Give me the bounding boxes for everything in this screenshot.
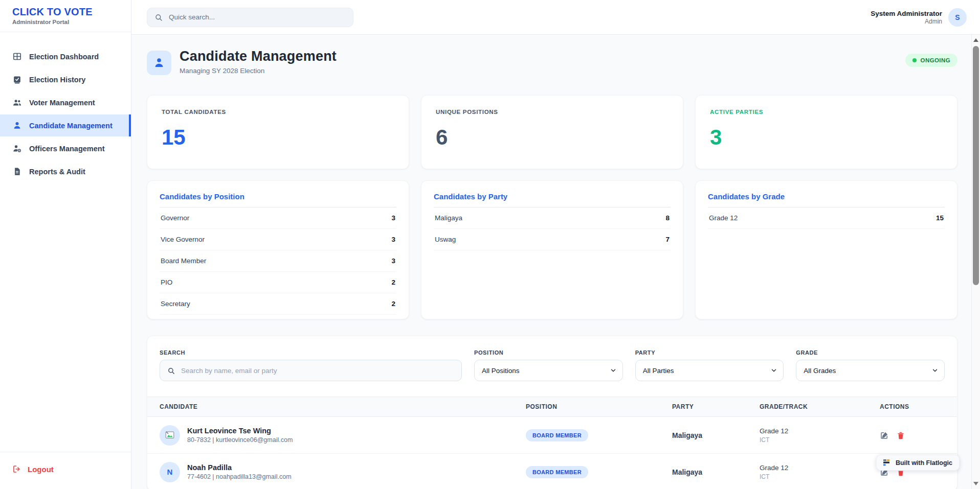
scroll-up-arrow-icon[interactable] (973, 38, 978, 42)
sidebar-item-label: Election History (29, 76, 85, 84)
stat-label: ACTIVE PARTIES (710, 109, 943, 115)
item-value: 7 (665, 236, 670, 243)
candidate-text: Noah Padilla 77-4602 | noahpadilla13@gma… (187, 463, 292, 480)
avatar: N (160, 462, 180, 482)
list-item: Uswag7 (434, 229, 671, 250)
list-item: Secretary2 (160, 293, 396, 315)
grade-value: Grade 12 (760, 464, 867, 472)
avatar-initial: N (167, 468, 173, 476)
column-header-party: PARTY (660, 397, 747, 416)
party-select[interactable]: All Parties (635, 360, 784, 381)
stats-row: TOTAL CANDIDATES 15 UNIQUE POSITIONS 6 A… (147, 95, 957, 169)
item-label: Vice Governor (161, 236, 205, 243)
person-icon (12, 121, 22, 130)
search-icon (154, 13, 163, 21)
page-titles: Candidate Management Managing SY 2028 El… (180, 49, 337, 75)
ballot-check-icon (12, 75, 22, 84)
grade-select[interactable]: All Grades (796, 360, 945, 381)
sidebar-item-label: Reports & Audit (29, 168, 85, 176)
sidebar-nav: Election Dashboard Election History Vote… (0, 32, 131, 452)
scrollbar-thumb[interactable] (973, 46, 979, 285)
stat-card-total-candidates: TOTAL CANDIDATES 15 (147, 95, 409, 169)
candidate-text: Kurt Leovince Tse Wing 80-7832 | kurtleo… (187, 427, 293, 444)
position-cell: BOARD MEMBER (514, 429, 660, 441)
stat-label: TOTAL CANDIDATES (162, 109, 394, 115)
item-value: 15 (936, 214, 944, 222)
search-filter: SEARCH (160, 350, 462, 381)
broken-image-icon (165, 431, 175, 439)
candidate-cell: N Noah Padilla 77-4602 | noahpadilla13@g… (147, 462, 514, 482)
candidate-search-input[interactable] (180, 366, 454, 375)
users-icon (12, 98, 22, 107)
flatlogic-logo-icon (883, 459, 891, 467)
user-menu[interactable]: System Administrator Admin S (871, 8, 967, 27)
avatar[interactable]: S (948, 8, 967, 27)
flatlogic-badge[interactable]: Built with Flatlogic (876, 455, 960, 471)
sidebar-item-label: Officers Management (29, 145, 104, 153)
stat-value: 3 (710, 125, 943, 150)
status-label: ONGOING (921, 57, 950, 63)
page-title: Candidate Management (180, 49, 337, 64)
position-filter: POSITION All Positions (474, 350, 623, 381)
position-select[interactable]: All Positions (474, 360, 623, 381)
item-label: Governor (161, 214, 189, 222)
sidebar-item-voter-management[interactable]: Voter Management (0, 91, 131, 113)
column-header-candidate: CANDIDATE (147, 397, 514, 416)
sidebar-item-election-history[interactable]: Election History (0, 68, 131, 90)
item-label: Grade 12 (709, 214, 738, 222)
search-icon (167, 367, 175, 375)
filter-label: PARTY (635, 350, 784, 356)
app-title: CLICK TO VOTE (12, 6, 119, 18)
delete-button[interactable] (896, 431, 905, 440)
app-subtitle: Administrator Portal (12, 19, 119, 25)
item-label: Uswag (435, 236, 456, 243)
sidebar-item-election-dashboard[interactable]: Election Dashboard (0, 45, 131, 67)
logout-icon (12, 464, 21, 474)
card-title: Candidates by Grade (708, 192, 945, 207)
column-header-position: POSITION (514, 397, 660, 416)
stat-value: 15 (162, 125, 394, 150)
list-item: Maligaya8 (434, 207, 671, 229)
candidate-search[interactable] (160, 360, 462, 381)
quick-search[interactable] (147, 8, 353, 27)
page-icon-tile (147, 51, 171, 75)
status-badge: ONGOING (905, 54, 957, 67)
breakdown-row: Candidates by Position Governor3 Vice Go… (147, 180, 957, 319)
item-value: 2 (391, 278, 395, 286)
grade-cell: Grade 12 ICT (747, 427, 867, 444)
track-value: ICT (760, 473, 867, 480)
edit-button[interactable] (880, 431, 889, 440)
quick-search-input[interactable] (168, 13, 346, 21)
document-icon (12, 167, 22, 176)
app-logo[interactable]: CLICK TO VOTE Administrator Portal (0, 0, 131, 32)
column-header-grade-track: GRADE/TRACK (747, 397, 867, 416)
item-label: PIO (161, 278, 172, 286)
position-cell: BOARD MEMBER (514, 466, 660, 478)
sidebar-item-label: Candidate Management (29, 122, 113, 130)
party-cell: Maligaya (660, 431, 747, 439)
table-header: CANDIDATE POSITION PARTY GRADE/TRACK ACT… (147, 397, 957, 417)
item-label: Board Member (161, 257, 206, 265)
card-title: Candidates by Party (434, 192, 671, 207)
sidebar-item-candidate-management[interactable]: Candidate Management (0, 114, 131, 136)
list-item: Vice Governor3 (160, 229, 396, 250)
actions-cell (867, 431, 957, 440)
sidebar-item-officers-management[interactable]: Officers Management (0, 137, 131, 159)
list-item: PIO2 (160, 272, 396, 293)
topbar: System Administrator Admin S (131, 0, 980, 35)
table-row: Kurt Leovince Tse Wing 80-7832 | kurtleo… (147, 417, 957, 454)
sidebar-item-reports-audit[interactable]: Reports & Audit (0, 160, 131, 182)
candidate-person-icon (153, 57, 165, 69)
scrollbar[interactable] (971, 35, 980, 489)
stat-card-active-parties: ACTIVE PARTIES 3 (695, 95, 957, 169)
scroll-down-arrow-icon[interactable] (973, 482, 978, 485)
avatar-initial: S (955, 13, 960, 21)
candidate-name: Noah Padilla (187, 463, 292, 472)
sidebar-item-label: Election Dashboard (29, 53, 99, 61)
item-label: Maligaya (435, 214, 462, 222)
logout-button[interactable]: Logout (12, 461, 54, 477)
candidates-panel: SEARCH POSITION All Positions PARTY All … (147, 336, 957, 489)
user-info: System Administrator Admin (871, 10, 942, 25)
user-role: Admin (871, 18, 942, 25)
grade-value: Grade 12 (760, 427, 867, 435)
